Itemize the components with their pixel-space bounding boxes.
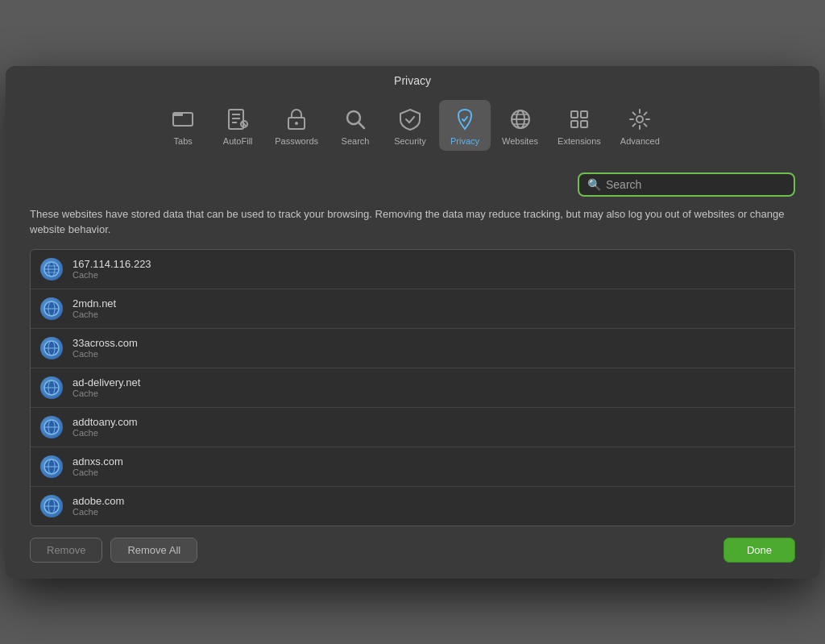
site-type: Cache — [73, 270, 151, 280]
privacy-icon — [450, 105, 479, 134]
site-domain: 2mdn.net — [73, 297, 116, 310]
search-container: 🔍 — [578, 172, 795, 197]
websites-label: Websites — [502, 136, 538, 146]
site-globe-icon — [40, 258, 63, 280]
list-scroll[interactable]: 167.114.116.223 Cache 2mdn.net — [31, 250, 794, 526]
site-domain: adobe.com — [73, 495, 124, 507]
extensions-icon — [565, 105, 594, 134]
extensions-label: Extensions — [558, 136, 601, 146]
websites-list: 167.114.116.223 Cache 2mdn.net — [30, 249, 795, 526]
toolbar-item-extensions[interactable]: Extensions — [549, 100, 609, 151]
security-icon — [396, 105, 425, 134]
search-input[interactable] — [606, 178, 786, 191]
toolbar-item-advanced[interactable]: Advanced — [612, 100, 668, 151]
site-type: Cache — [73, 467, 123, 477]
content-area: 🔍 These websites have stored data that c… — [6, 158, 819, 526]
privacy-window: Privacy Tabs — [6, 66, 819, 579]
svg-rect-21 — [581, 121, 587, 127]
site-type: Cache — [73, 428, 138, 438]
autofill-label: AutoFill — [223, 136, 253, 146]
svg-rect-20 — [571, 121, 578, 127]
list-item[interactable]: addtoany.com Cache — [31, 408, 794, 447]
site-info: 33across.com Cache — [73, 337, 138, 359]
site-info: 2mdn.net Cache — [73, 297, 116, 319]
toolbar-item-privacy[interactable]: Privacy — [439, 100, 491, 151]
list-item[interactable]: 33across.com Cache — [31, 329, 794, 368]
toolbar-item-autofill[interactable]: AutoFill — [212, 100, 263, 151]
done-button[interactable]: Done — [723, 538, 795, 563]
footer: Remove Remove All Done — [6, 526, 819, 579]
svg-rect-19 — [581, 111, 587, 118]
site-globe-icon — [40, 337, 63, 359]
site-info: 167.114.116.223 Cache — [73, 258, 151, 280]
list-item[interactable]: 167.114.116.223 Cache — [31, 250, 794, 289]
site-type: Cache — [73, 388, 140, 398]
passwords-icon — [282, 105, 311, 134]
search-icon: 🔍 — [587, 178, 601, 191]
site-type: Cache — [73, 349, 138, 359]
toolbar-item-tabs[interactable]: Tabs — [157, 100, 209, 151]
toolbar-item-passwords[interactable]: Passwords — [267, 100, 326, 151]
site-info: adobe.com Cache — [73, 495, 124, 517]
list-item[interactable]: adnxs.com Cache — [31, 447, 794, 487]
svg-line-10 — [359, 123, 364, 128]
site-info: ad-delivery.net Cache — [73, 376, 140, 398]
site-type: Cache — [73, 310, 116, 319]
toolbar-item-security[interactable]: Security — [384, 100, 436, 151]
search-bar-row: 🔍 — [30, 172, 795, 197]
advanced-icon — [625, 105, 654, 134]
search-toolbar-icon — [341, 105, 370, 134]
security-label: Security — [394, 136, 426, 146]
list-item[interactable]: adobe.com Cache — [31, 487, 794, 526]
site-info: adnxs.com Cache — [73, 455, 123, 477]
search-toolbar-label: Search — [342, 136, 370, 146]
list-item[interactable]: ad-delivery.net Cache — [31, 368, 794, 408]
svg-point-22 — [636, 116, 643, 123]
toolbar-item-search[interactable]: Search — [330, 100, 381, 151]
remove-all-button[interactable]: Remove All — [110, 538, 197, 563]
toolbar: Tabs AutoFill — [6, 95, 819, 151]
tabs-label: Tabs — [174, 136, 193, 146]
svg-rect-18 — [571, 111, 578, 118]
remove-button[interactable]: Remove — [30, 538, 102, 563]
site-globe-icon — [40, 455, 63, 478]
svg-point-8 — [295, 122, 298, 125]
footer-left-buttons: Remove Remove All — [30, 538, 197, 563]
site-globe-icon — [40, 376, 63, 399]
svg-line-12 — [409, 117, 414, 123]
site-domain: 33across.com — [73, 337, 138, 349]
site-domain: ad-delivery.net — [73, 376, 140, 388]
passwords-label: Passwords — [275, 136, 318, 146]
site-globe-icon — [40, 416, 63, 438]
autofill-icon — [223, 105, 252, 134]
toolbar-item-websites[interactable]: Websites — [494, 100, 546, 151]
advanced-label: Advanced — [620, 136, 660, 146]
site-info: addtoany.com Cache — [73, 416, 138, 438]
window-title: Privacy — [394, 74, 431, 87]
site-globe-icon — [40, 297, 63, 320]
svg-rect-1 — [173, 113, 183, 116]
description-text: These websites have stored data that can… — [30, 206, 795, 238]
site-domain: adnxs.com — [73, 455, 123, 467]
tabs-icon — [168, 105, 197, 134]
site-globe-icon — [40, 495, 63, 517]
site-type: Cache — [73, 507, 124, 517]
list-item[interactable]: 2mdn.net Cache — [31, 289, 794, 329]
websites-icon — [506, 105, 535, 134]
title-bar: Privacy Tabs — [6, 66, 819, 158]
site-domain: 167.114.116.223 — [73, 258, 151, 270]
site-domain: addtoany.com — [73, 416, 138, 428]
privacy-label: Privacy — [450, 136, 479, 146]
